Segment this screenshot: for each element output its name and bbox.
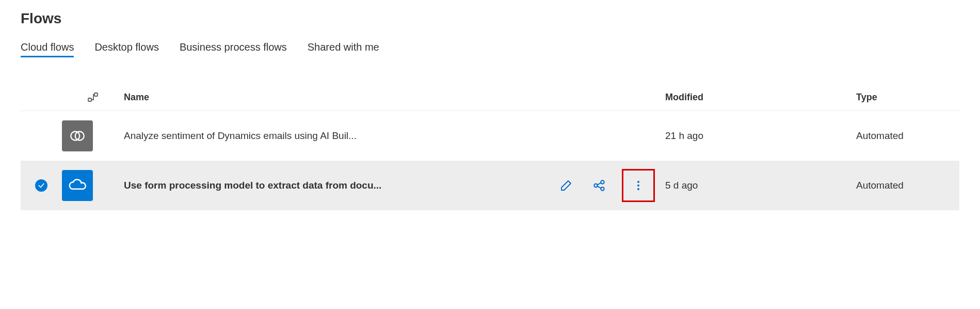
svg-point-4 [594, 183, 598, 187]
edit-button[interactable] [556, 175, 576, 196]
share-button[interactable] [589, 175, 609, 196]
page-title: Flows [21, 10, 959, 27]
svg-line-7 [597, 182, 601, 184]
more-commands-highlight [622, 169, 655, 202]
row-type: Automated [856, 180, 959, 191]
dynamics-icon [62, 120, 93, 151]
flow-type-header-icon [87, 91, 99, 103]
column-modified[interactable]: Modified [665, 92, 856, 103]
flow-name[interactable]: Analyze sentiment of Dynamics emails usi… [124, 130, 655, 142]
svg-rect-1 [94, 93, 98, 96]
tab-shared-with-me[interactable]: Shared with me [308, 41, 379, 57]
svg-line-8 [597, 186, 601, 188]
tabs: Cloud flows Desktop flows Business proce… [21, 41, 959, 58]
row-icon-cell [62, 170, 124, 201]
row-icon-cell [62, 120, 124, 151]
column-type[interactable]: Type [856, 92, 959, 103]
svg-point-9 [637, 181, 639, 183]
table-row[interactable]: Analyze sentiment of Dynamics emails usi… [21, 111, 959, 161]
svg-point-6 [601, 187, 604, 191]
svg-rect-0 [88, 98, 91, 101]
svg-point-10 [637, 184, 639, 187]
row-modified: 5 d ago [665, 180, 856, 191]
onedrive-icon [62, 170, 93, 201]
share-icon [592, 179, 606, 192]
more-vertical-icon [632, 179, 645, 192]
row-checkbox[interactable] [21, 179, 62, 192]
table-header-row: Name Modified Type [21, 84, 959, 111]
column-flow-type-icon [62, 91, 124, 103]
more-commands-button[interactable] [628, 175, 649, 196]
row-name-cell: Use form processing model to extract dat… [124, 169, 665, 202]
svg-point-11 [637, 188, 639, 190]
row-modified: 21 h ago [665, 130, 856, 142]
tab-cloud-flows[interactable]: Cloud flows [21, 41, 74, 57]
pencil-icon [560, 179, 572, 192]
flow-name[interactable]: Use form processing model to extract dat… [124, 180, 551, 191]
flows-table: Name Modified Type Analyze sentiment of … [21, 84, 959, 210]
row-name-cell: Analyze sentiment of Dynamics emails usi… [124, 130, 665, 142]
table-row[interactable]: Use form processing model to extract dat… [21, 161, 959, 210]
tab-desktop-flows[interactable]: Desktop flows [94, 41, 159, 57]
row-type: Automated [856, 130, 959, 142]
svg-point-5 [601, 180, 604, 184]
row-actions [556, 169, 655, 202]
checkmark-icon [35, 179, 47, 192]
column-name[interactable]: Name [124, 92, 665, 103]
tab-business-process-flows[interactable]: Business process flows [180, 41, 287, 57]
